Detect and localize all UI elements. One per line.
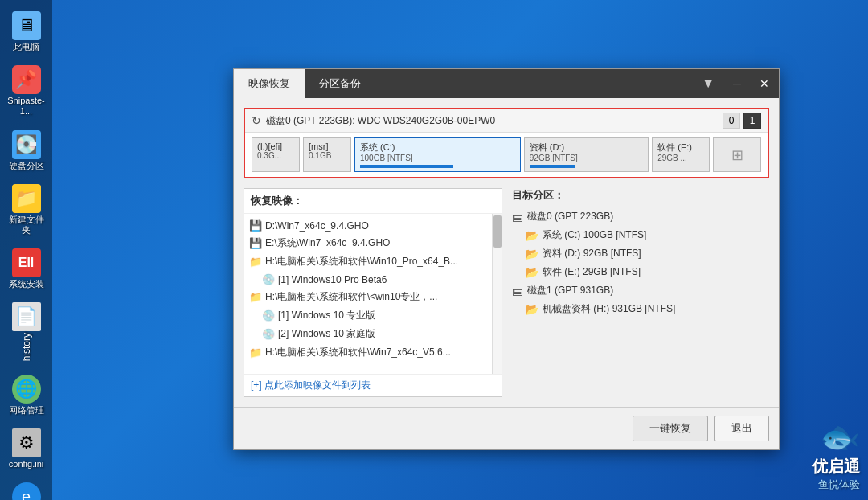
image-item-0[interactable]: 💾 D:\Win7_x64c_9.4.GHO — [244, 217, 502, 234]
icon-disk-partition[interactable]: 💽 硬盘分区 — [3, 127, 50, 174]
dialog-body: ↻ 磁盘0 (GPT 223GB): WDC WDS240G2G0B-00EPW… — [234, 98, 779, 407]
history-file-icon: 📄 — [12, 302, 41, 331]
tab-partition-backup[interactable]: 分区备份 — [305, 69, 375, 98]
target-disk1-h[interactable]: 📂 机械盘资料 (H:) 931GB [NTFS] — [512, 300, 769, 318]
disk-icon: 💽 — [12, 130, 41, 159]
target-disk0-d[interactable]: 📂 资料 (D:) 92GB [NTFS] — [512, 244, 769, 263]
folder-icon-3: 📁 — [249, 291, 262, 303]
partition-d-bar — [530, 165, 575, 168]
browser-icon: e — [12, 482, 41, 500]
icon-system-install[interactable]: EII 系统安装 — [3, 245, 50, 293]
partition-software-e[interactable]: 软件 (E:) 29GB ... — [652, 137, 710, 172]
scrollbar-thumb — [493, 215, 502, 248]
watermark-tagline: 鱼悦体验 — [812, 477, 860, 492]
icon-label-disk: 硬盘分区 — [9, 161, 44, 171]
target-disk0-e[interactable]: 📂 软件 (E:) 29GB [NTFS] — [512, 263, 769, 281]
icon-label-network: 网络管理 — [9, 405, 44, 416]
panel-left: 恢复映像： 💾 D:\Win7_x64c_9.4.GHO 💾 E:\系统\Win… — [244, 188, 502, 397]
target-disk0-c[interactable]: 📂 系统 (C:) 100GB [NTFS] — [512, 226, 769, 244]
close-button[interactable]: ✕ — [753, 74, 776, 93]
watermark-brand: 优启通 — [812, 456, 860, 477]
disk-num-buttons: 0 1 — [723, 113, 761, 129]
image-item-2a[interactable]: 💿 [1] Windows10 Pro Beta6 — [244, 271, 502, 288]
part-icon-e: 📂 — [525, 266, 538, 279]
icon-config-ini[interactable]: ⚙ config.ini — [3, 425, 50, 473]
target-disk0[interactable]: 🖴 磁盘0 (GPT 223GB) — [512, 207, 769, 226]
dialog-titlebar: 映像恢复 分区备份 ▼ ─ ✕ — [234, 69, 779, 98]
disk-icon-0: 💾 — [249, 219, 262, 232]
dialog-footer: 一键恢复 退出 — [234, 407, 779, 449]
icon-label-folder: 新建文件夹 — [5, 215, 48, 236]
minimize-button[interactable]: ─ — [726, 74, 748, 93]
icon-snipaste[interactable]: 📌 Snipaste-1... — [3, 62, 50, 120]
part-icon-h: 📂 — [525, 303, 538, 316]
disk-num-0[interactable]: 0 — [723, 113, 740, 129]
watermark: 🐟 优启通 鱼悦体验 — [812, 418, 860, 492]
icon-label-my-computer: 此电脑 — [13, 42, 39, 52]
icon-label-config: config.ini — [9, 459, 43, 469]
icon-new-folder[interactable]: 📁 新建文件夹 — [3, 181, 50, 239]
partition-efi[interactable]: (I:)[efi] 0.3G... — [252, 137, 300, 172]
image-list-scrollbar[interactable] — [492, 214, 502, 374]
partition-msr[interactable]: [msr] 0.1GB — [303, 137, 351, 172]
network-icon: 🌐 — [12, 375, 41, 404]
panel-left-title: 恢复映像： — [244, 189, 502, 214]
image-item-2[interactable]: 📁 H:\电脑相关\系统和软件\Win10_Pro_x64_B... — [244, 252, 502, 271]
main-dialog: 映像恢复 分区备份 ▼ ─ ✕ ↻ 磁盘0 (GPT 223GB): WDC W… — [233, 68, 780, 450]
desktop: 🖥 此电脑 📌 Snipaste-1... 💽 硬盘分区 📁 新建文件夹 EII… — [0, 0, 868, 500]
image-item-4[interactable]: 📁 H:\电脑相关\系统和软件\Win7_x64c_V5.6... — [244, 343, 502, 362]
panel-right: 目标分区： 🖴 磁盘0 (GPT 223GB) 📂 系统 (C:) 100GB … — [512, 188, 769, 397]
folder-icon: 📁 — [12, 184, 41, 213]
watermark-logo: 🐟 — [812, 418, 860, 456]
image-item-3b[interactable]: 💿 [2] Windows 10 家庭版 — [244, 325, 502, 343]
add-image-link[interactable]: [+] 点此添加映像文件到列表 — [244, 374, 502, 396]
pc-icon: 🖥 — [12, 11, 41, 40]
target-tree: 🖴 磁盘0 (GPT 223GB) 📂 系统 (C:) 100GB [NTFS]… — [512, 207, 769, 318]
icon-history[interactable]: 📄 history — [3, 299, 50, 364]
image-item-1[interactable]: 💾 E:\系统\Win7_x64c_9.4.GHO — [244, 234, 502, 252]
folder-icon-2: 📁 — [249, 256, 262, 268]
disk-icon-1: 💾 — [249, 237, 262, 249]
partition-system-c[interactable]: 系统 (C:) 100GB [NTFS] — [354, 137, 521, 172]
folder-icon-4: 📁 — [249, 346, 262, 359]
panel-right-title: 目标分区： — [512, 188, 769, 207]
disk-title: ↻ 磁盘0 (GPT 223GB): WDC WDS240G2G0B-00EPW… — [252, 114, 495, 128]
icon-my-computer[interactable]: 🖥 此电脑 — [3, 8, 50, 55]
partition-data-d[interactable]: 资料 (D:) 92GB [NTFS] — [524, 137, 649, 172]
cd-icon-2a: 💿 — [262, 273, 275, 285]
image-item-3[interactable]: 📁 H:\电脑相关\系统和软件\<win10专业，... — [244, 288, 502, 306]
snipaste-icon: 📌 — [12, 65, 41, 94]
partition-bar: (I:)[efi] 0.3G... [msr] 0.1GB 系统 (C:) 10… — [245, 133, 768, 177]
cd-icon-3a: 💿 — [262, 309, 275, 322]
refresh-icon[interactable]: ↻ — [252, 114, 261, 127]
config-icon: ⚙ — [12, 428, 41, 457]
icon-label-snipaste: Snipaste-1... — [5, 96, 48, 117]
eii-icon: EII — [12, 248, 41, 277]
target-disk1[interactable]: 🖴 磁盘1 (GPT 931GB) — [512, 281, 769, 300]
exit-button[interactable]: 退出 — [714, 416, 769, 441]
restore-button[interactable]: 一键恢复 — [633, 416, 708, 441]
disk-section: ↻ 磁盘0 (GPT 223GB): WDC WDS240G2G0B-00EPW… — [244, 108, 769, 178]
image-list[interactable]: 💾 D:\Win7_x64c_9.4.GHO 💾 E:\系统\Win7_x64c… — [244, 214, 502, 374]
disk-num-1[interactable]: 1 — [743, 113, 761, 129]
tab-image-restore[interactable]: 映像恢复 — [234, 69, 305, 98]
arrow-icon[interactable]: ▼ — [702, 76, 714, 91]
disk-header: ↻ 磁盘0 (GPT 223GB): WDC WDS240G2G0B-00EPW… — [245, 109, 768, 133]
part-icon-d: 📂 — [525, 248, 538, 260]
taskbar-left: 🖥 此电脑 📌 Snipaste-1... 💽 硬盘分区 📁 新建文件夹 EII… — [0, 0, 52, 500]
dialog-tabs: 映像恢复 分区备份 — [234, 69, 375, 98]
hdd-icon-1: 🖴 — [512, 285, 523, 297]
icon-network-mgmt[interactable]: 🌐 网络管理 — [3, 371, 50, 419]
image-item-3a[interactable]: 💿 [1] Windows 10 专业版 — [244, 306, 502, 325]
partition-grid-btn[interactable]: ⊞ — [713, 137, 761, 172]
part-icon-c: 📂 — [525, 229, 538, 242]
icon-label-eii: 系统安装 — [9, 279, 44, 289]
hdd-icon-0: 🖴 — [512, 211, 523, 223]
icon-label-history: history — [21, 333, 32, 361]
icon-browser[interactable]: e 浏览器 — [3, 479, 50, 500]
grid-icon: ⊞ — [731, 146, 743, 164]
dialog-main: 恢复映像： 💾 D:\Win7_x64c_9.4.GHO 💾 E:\系统\Win… — [244, 188, 769, 397]
cd-icon-3b: 💿 — [262, 328, 275, 340]
partition-usage-bar — [360, 165, 453, 168]
disk-name: 磁盘0 (GPT 223GB): WDC WDS240G2G0B-00EPW0 — [266, 114, 495, 128]
